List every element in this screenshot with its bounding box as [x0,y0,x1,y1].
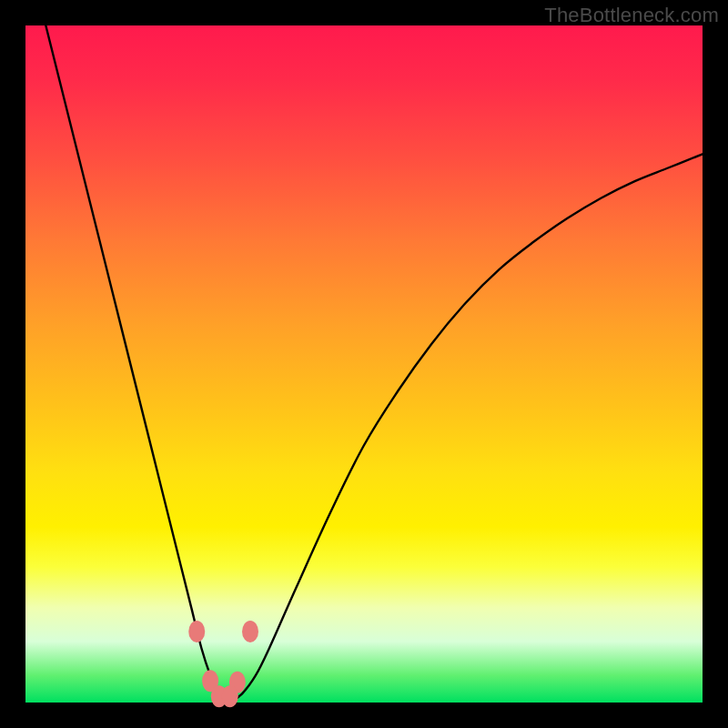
marker-group [188,621,258,707]
marker-point [188,621,205,642]
marker-point [222,685,238,707]
chart-plot [25,25,703,703]
watermark-text: TheBottleneck.com [544,4,719,27]
bottleneck-curve [46,25,703,702]
marker-point [242,621,258,642]
